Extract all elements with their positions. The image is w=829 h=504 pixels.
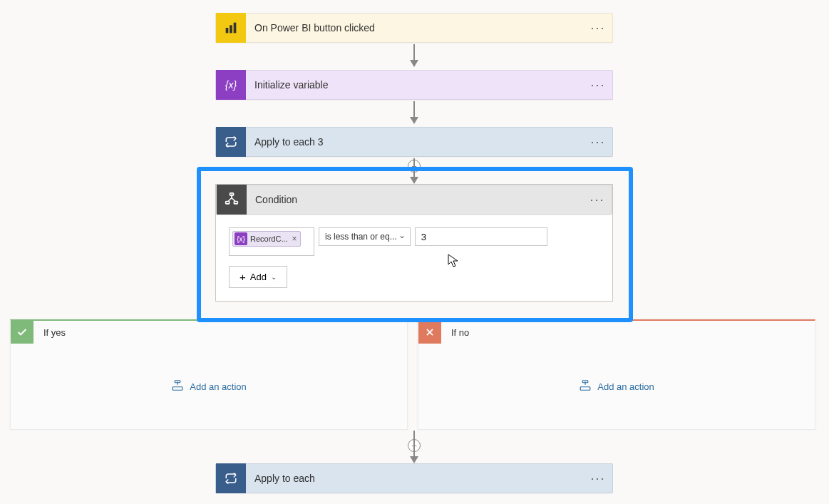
add-action-label: Add an action (190, 381, 247, 392)
if-yes-header: If yes (11, 321, 407, 344)
remove-token-button[interactable]: × (292, 234, 297, 244)
if-yes-label: If yes (34, 327, 66, 338)
more-button[interactable]: ··· (584, 21, 612, 36)
svg-rect-5 (234, 202, 237, 204)
more-button[interactable]: ··· (584, 78, 612, 93)
add-condition-button[interactable]: + Add ⌄ (229, 266, 287, 288)
condition-left-operand[interactable]: {x} RecordC... × (229, 227, 314, 256)
operator-dropdown[interactable]: is less than or eq... (319, 227, 411, 246)
operator-label: is less than or eq... (325, 232, 397, 242)
svg-rect-7 (173, 387, 182, 391)
arrow (413, 101, 415, 123)
if-no-label: If no (441, 327, 469, 338)
condition-label: Condition (247, 194, 583, 205)
init-variable-card[interactable]: {x} Initialize variable ··· (215, 70, 613, 100)
variable-icon: {x} (235, 232, 247, 245)
condition-row: {x} RecordC... × is less than or eq... (229, 227, 599, 256)
add-action-link[interactable]: Add an action (579, 380, 654, 393)
add-action-link[interactable]: Add an action (171, 380, 247, 393)
init-variable-label: Initialize variable (246, 79, 584, 91)
apply-each-card[interactable]: Apply to each ··· (215, 463, 613, 493)
dynamic-token[interactable]: {x} RecordC... × (232, 231, 301, 247)
svg-rect-0 (226, 28, 229, 33)
more-button[interactable]: ··· (583, 192, 612, 207)
svg-rect-9 (580, 387, 590, 391)
condition-card[interactable]: Condition ··· {x} RecordC... × is less t… (215, 184, 613, 302)
if-no-header: If no (418, 321, 815, 344)
loop-icon (216, 127, 246, 157)
close-icon (418, 321, 441, 344)
check-icon (11, 321, 34, 344)
condition-body: {x} RecordC... × is less than or eq... +… (216, 215, 612, 301)
powerbi-icon (216, 13, 246, 43)
trigger-label: On Power BI button clicked (246, 22, 584, 34)
arrow (413, 158, 415, 182)
condition-value-input[interactable] (415, 227, 547, 246)
loop-icon (216, 463, 246, 493)
token-label: RecordC... (250, 235, 288, 243)
if-no-branch: If no Add an action (418, 319, 815, 430)
condition-header[interactable]: Condition ··· (216, 185, 612, 215)
svg-rect-2 (234, 23, 237, 34)
variable-icon: {x} (216, 70, 246, 100)
apply-each-3-card[interactable]: Apply to each 3 ··· (215, 127, 613, 157)
trigger-card[interactable]: On Power BI button clicked ··· (215, 13, 613, 43)
more-button[interactable]: ··· (584, 471, 612, 486)
if-yes-branch: If yes Add an action (10, 319, 408, 430)
svg-rect-1 (230, 25, 232, 33)
arrow (413, 431, 415, 462)
apply-each-3-label: Apply to each 3 (246, 136, 584, 148)
condition-icon (217, 185, 247, 215)
svg-rect-4 (226, 202, 230, 204)
apply-each-label: Apply to each (246, 473, 584, 484)
arrow (413, 44, 415, 66)
more-button[interactable]: ··· (584, 135, 612, 150)
add-condition-label: Add (250, 272, 267, 282)
add-action-label: Add an action (597, 381, 654, 392)
